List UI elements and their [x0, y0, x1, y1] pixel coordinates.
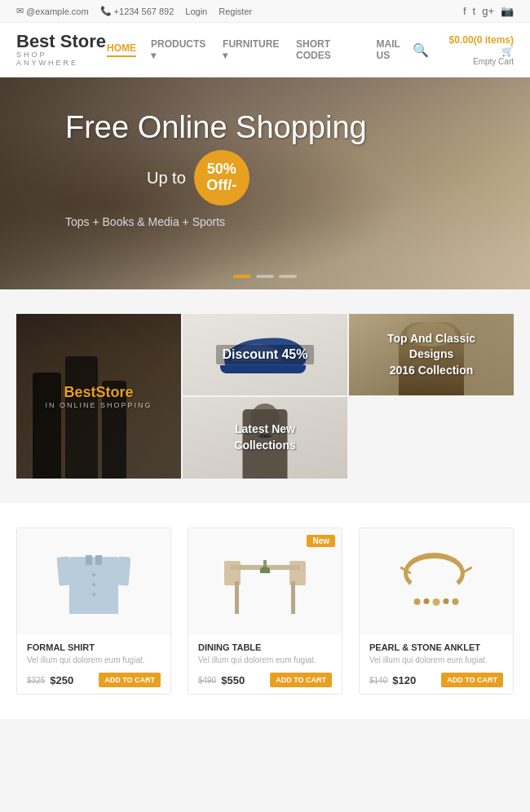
- anklet-name: PEARL & STONE ANKLET: [369, 642, 503, 652]
- product-image-anklet: [360, 528, 513, 634]
- cart-price: $0.00(0 items) 🛒: [440, 34, 514, 57]
- phone-info: 📞 +1234 567 892: [100, 6, 174, 16]
- shirt-visual: [65, 549, 122, 614]
- register-link[interactable]: Register: [219, 7, 252, 16]
- promo-discount-cell[interactable]: Discount 45%: [183, 314, 347, 395]
- promo-collections-label: Latest New Collections: [183, 397, 347, 479]
- promo-collections-cell[interactable]: Latest New Collections: [183, 397, 347, 479]
- nav-home[interactable]: HOME: [107, 42, 136, 57]
- logo-sub: SHOP ANYWHERE: [16, 51, 107, 67]
- logo-text: Best Store: [16, 33, 107, 51]
- hero-subtitle: Tops + Books & Media + Sports: [65, 215, 506, 228]
- social-links: f t g+ 📷: [463, 5, 514, 17]
- discount-text: Discount 45%: [216, 345, 315, 364]
- shirt-pricing: $325 $250 ADD TO CART: [27, 673, 161, 687]
- anklet-price-new: $120: [392, 674, 416, 686]
- shirt-price-new: $250: [50, 674, 73, 686]
- nav-products[interactable]: PRODUCTS ▾: [151, 38, 208, 61]
- product-card-shirt: FORMAL SHIRT Vel illum qui dolorem eum f…: [16, 527, 171, 695]
- nav-shortcodes[interactable]: SHORT CODES: [296, 38, 362, 61]
- brand-name: BestStore: [64, 384, 133, 401]
- promo-grid: BestStore IN ONLINE SHOPPING Discount 45…: [16, 314, 514, 479]
- product-info-table: DINING TABLE Vel illum qui dolorem eum f…: [188, 634, 342, 694]
- twitter-icon[interactable]: t: [473, 5, 476, 17]
- cart-info[interactable]: $0.00(0 items) 🛒 Empty Cart: [440, 34, 514, 66]
- table-badge: New: [307, 535, 335, 547]
- hero-section: Free Online Shopping Up to 50% Off/- Top…: [0, 77, 530, 289]
- anklet-desc: Vel illum qui dolorem eum fugiat.: [369, 655, 503, 666]
- promo-discount-label: Discount 45%: [183, 314, 347, 395]
- product-card-anklet: PEARL & STONE ANKLET Vel illum qui dolor…: [359, 527, 514, 695]
- googleplus-icon[interactable]: g+: [482, 5, 494, 17]
- hero-dot-3[interactable]: [279, 275, 297, 278]
- promo-classic-cell[interactable]: Top And Classic Designs 2016 Collection: [349, 314, 514, 395]
- hero-dot-1[interactable]: [233, 275, 251, 278]
- table-visual: [228, 549, 302, 614]
- products-grid: FORMAL SHIRT Vel illum qui dolorem eum f…: [16, 527, 514, 695]
- email-icon: ✉: [16, 6, 24, 16]
- hero-content: Free Online Shopping Up to 50% Off/- Top…: [0, 77, 530, 261]
- table-price-old: $490: [198, 676, 216, 685]
- logo[interactable]: Best Store SHOP ANYWHERE: [16, 33, 107, 67]
- phone-text: +1234 567 892: [114, 7, 174, 16]
- phone-icon: 📞: [100, 6, 112, 16]
- table-add-to-cart[interactable]: ADD TO CART: [270, 673, 332, 687]
- shirt-name: FORMAL SHIRT: [27, 642, 161, 652]
- navbar: Best Store SHOP ANYWHERE HOME PRODUCTS ▾…: [0, 23, 530, 77]
- product-card-table: New DINING TABLE Vel illum qui dolorem e…: [188, 527, 342, 695]
- products-section: FORMAL SHIRT Vel illum qui dolorem eum f…: [0, 503, 530, 719]
- product-info-shirt: FORMAL SHIRT Vel illum qui dolorem eum f…: [17, 634, 170, 694]
- classic-text: Top And Classic Designs 2016 Collection: [387, 331, 475, 379]
- shirt-desc: Vel illum qui dolorem eum fugiat.: [27, 655, 161, 666]
- hero-upto-text: Up to: [147, 169, 186, 188]
- login-link[interactable]: Login: [185, 7, 207, 16]
- top-bar: ✉ @example.com 📞 +1234 567 892 Login Reg…: [0, 0, 530, 23]
- anklet-pricing: $140 $120 ADD TO CART: [369, 673, 503, 687]
- table-name: DINING TABLE: [198, 642, 332, 652]
- promo-brand-cell[interactable]: BestStore IN ONLINE SHOPPING: [16, 314, 181, 479]
- brand-sub: IN ONLINE SHOPPING: [45, 401, 152, 409]
- email-info: ✉ @example.com: [16, 6, 89, 16]
- email-link[interactable]: @example.com: [26, 7, 89, 16]
- anklet-add-to-cart[interactable]: ADD TO CART: [441, 673, 503, 687]
- search-icon[interactable]: 🔍: [413, 42, 429, 58]
- table-price-new: $550: [221, 674, 245, 686]
- nav-furniture[interactable]: FURNITURE ▾: [223, 38, 281, 61]
- promo-brand-label: BestStore IN ONLINE SHOPPING: [16, 314, 181, 479]
- shirt-price-old: $325: [27, 676, 45, 685]
- hero-badge: 50% Off/-: [194, 150, 250, 205]
- top-bar-left: ✉ @example.com 📞 +1234 567 892 Login Reg…: [16, 6, 252, 16]
- product-image-shirt: [17, 528, 170, 634]
- instagram-icon[interactable]: 📷: [501, 5, 514, 17]
- nav-links: HOME PRODUCTS ▾ FURNITURE ▾ SHORT CODES …: [107, 38, 413, 61]
- hero-upto: Up to 50% Off/-: [65, 150, 506, 205]
- promo-classic-label: Top And Classic Designs 2016 Collection: [349, 314, 514, 395]
- nav-mailsus[interactable]: MAIL US: [377, 38, 413, 61]
- table-pricing: $490 $550 ADD TO CART: [198, 673, 332, 687]
- table-desc: Vel illum qui dolorem eum fugiat.: [198, 655, 332, 666]
- hero-title: Free Online Shopping: [65, 110, 506, 145]
- facebook-icon[interactable]: f: [463, 5, 466, 17]
- hero-dot-2[interactable]: [256, 275, 274, 278]
- product-info-anklet: PEARL & STONE ANKLET Vel illum qui dolor…: [360, 634, 513, 694]
- cart-label: Empty Cart: [440, 57, 514, 66]
- hero-dots: [233, 275, 297, 278]
- shirt-add-to-cart[interactable]: ADD TO CART: [99, 673, 161, 687]
- collections-text: Latest New Collections: [234, 421, 295, 453]
- anklet-price-old: $140: [369, 676, 387, 685]
